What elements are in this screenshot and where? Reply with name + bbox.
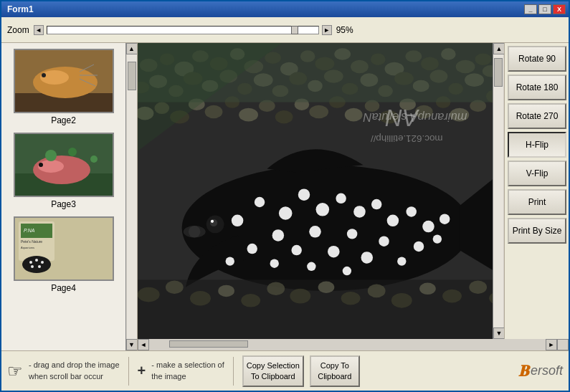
hflip-button[interactable]: H-Flip xyxy=(508,132,566,158)
zoom-increase-button[interactable]: ► xyxy=(322,25,332,35)
svg-point-110 xyxy=(387,215,399,227)
svg-point-96 xyxy=(272,229,285,242)
list-item[interactable]: P.NA Pete's Nature Aquariums Page4 xyxy=(4,216,123,293)
svg-point-27 xyxy=(31,265,34,268)
svg-point-139 xyxy=(391,293,412,308)
svg-point-118 xyxy=(440,214,450,224)
thumbnail-label: Page4 xyxy=(51,283,76,293)
svg-point-4 xyxy=(42,73,46,77)
thumbnail-image: P.NA Pete's Nature Aquariums xyxy=(14,216,114,281)
main-image-svg: AN muiranupA s'erutaN moc.621.etillihp// xyxy=(138,43,493,339)
list-item[interactable]: Page3 xyxy=(4,133,123,209)
image-scroll-down-button[interactable]: ▼ xyxy=(493,328,505,339)
title-buttons: _ □ X xyxy=(524,4,566,14)
svg-text:muiranupA s'erutaN: muiranupA s'erutaN xyxy=(364,110,467,124)
copy-to-clipboard-button[interactable]: Copy To Clipboard xyxy=(310,355,360,387)
scroll-thumb[interactable] xyxy=(128,62,136,90)
window-title: Form1 xyxy=(4,4,34,14)
svg-point-142 xyxy=(469,280,487,294)
svg-point-133 xyxy=(241,294,260,307)
svg-point-132 xyxy=(218,285,234,297)
drag-text-line2: when scroll bar occur xyxy=(29,372,103,381)
drag-icon-group: ☞ xyxy=(7,363,23,380)
maximize-button[interactable]: □ xyxy=(538,4,551,14)
svg-text:Aquariums: Aquariums xyxy=(21,246,34,249)
image-hscroll-track[interactable] xyxy=(149,339,546,350)
svg-point-131 xyxy=(190,291,211,306)
svg-point-136 xyxy=(318,281,335,293)
svg-point-114 xyxy=(406,206,416,216)
thumbnail-image xyxy=(14,133,114,197)
svg-point-80 xyxy=(309,105,328,119)
copy-selection-line2: To Clipboard xyxy=(251,371,295,381)
svg-point-102 xyxy=(291,245,301,255)
selection-text-line1: - make a selection of xyxy=(151,360,224,369)
image-vertical-scrollbar[interactable]: ▲ ▼ xyxy=(493,43,504,339)
image-scroll-right-button[interactable]: ► xyxy=(546,339,557,350)
svg-point-103 xyxy=(270,259,279,267)
image-scroll-up-button[interactable]: ▲ xyxy=(493,43,505,54)
svg-point-93 xyxy=(232,215,244,227)
svg-point-101 xyxy=(309,226,321,238)
zoom-slider-track[interactable] xyxy=(47,26,319,34)
print-by-size-button[interactable]: Print By Size xyxy=(508,218,566,244)
svg-rect-128 xyxy=(138,279,493,339)
svg-point-140 xyxy=(419,283,436,295)
separator-2 xyxy=(233,357,234,386)
list-item[interactable]: Page2 xyxy=(4,49,123,125)
thumb-scrollbar[interactable]: ▲ ▼ xyxy=(125,43,137,350)
scroll-track[interactable] xyxy=(127,54,137,339)
svg-point-121 xyxy=(210,219,217,226)
action-panel: Rotate 90 Rotate 180 Rotate 270 H-Flip V… xyxy=(504,43,569,339)
status-bar: ☞ - drag and drop the image when scroll … xyxy=(1,350,569,391)
zoom-decrease-button[interactable]: ◄ xyxy=(34,25,44,35)
svg-point-25 xyxy=(41,261,44,264)
rotate90-button[interactable]: Rotate 90 xyxy=(508,46,566,72)
svg-point-130 xyxy=(166,280,184,294)
svg-point-116 xyxy=(414,242,424,252)
svg-point-135 xyxy=(290,289,310,304)
svg-text:P.NA: P.NA xyxy=(24,228,35,233)
svg-point-76 xyxy=(239,108,258,122)
svg-point-15 xyxy=(90,156,98,163)
image-hscroll-thumb[interactable] xyxy=(169,340,249,348)
image-vscroll-thumb[interactable] xyxy=(494,58,503,87)
copy-to-line1: Copy To xyxy=(320,360,349,371)
brand-b-logo: 𝐁 xyxy=(518,362,529,381)
svg-point-13 xyxy=(45,150,57,161)
zoom-slider-thumb[interactable] xyxy=(291,26,298,34)
vflip-button[interactable]: V-Flip xyxy=(508,161,566,186)
svg-point-12 xyxy=(39,163,43,167)
svg-point-108 xyxy=(307,262,315,271)
svg-point-24 xyxy=(35,259,38,262)
separator-1 xyxy=(128,357,129,386)
svg-point-99 xyxy=(298,188,310,201)
svg-point-14 xyxy=(68,148,77,156)
svg-point-23 xyxy=(29,261,32,264)
thumbnail-panel: ▲ ▼ xyxy=(1,43,138,350)
image-main-row: AN muiranupA s'erutaN moc.621.etillihp// xyxy=(138,43,569,339)
brand-suffix-text: ersoft xyxy=(531,363,563,378)
svg-point-137 xyxy=(341,292,361,305)
copy-selection-button[interactable]: Copy Selection To Clipboard xyxy=(242,355,304,387)
image-scroll-left-button[interactable]: ◄ xyxy=(138,339,149,350)
scroll-down-button[interactable]: ▼ xyxy=(126,339,138,350)
svg-point-105 xyxy=(353,206,366,218)
main-image-view[interactable]: AN muiranupA s'erutaN moc.621.etillihp// xyxy=(138,43,493,339)
toolbar: Zoom ◄ ► 95% xyxy=(1,17,569,43)
scroll-up-button[interactable]: ▲ xyxy=(126,43,138,54)
image-vscroll-track[interactable] xyxy=(493,54,503,328)
selection-description: - make a selection of the image xyxy=(151,360,224,382)
thumbnail-list: Page2 xyxy=(1,43,137,350)
zoom-percent-label: 95% xyxy=(336,25,353,35)
close-button[interactable]: X xyxy=(553,4,566,14)
svg-text:moc.621.etillihp//: moc.621.etillihp// xyxy=(371,133,443,144)
svg-point-113 xyxy=(343,267,351,275)
rotate180-button[interactable]: Rotate 180 xyxy=(508,75,566,100)
print-button[interactable]: Print xyxy=(508,189,566,215)
rotate270-button[interactable]: Rotate 270 xyxy=(508,103,566,129)
image-horizontal-scrollbar[interactable]: ◄ ► xyxy=(138,339,569,350)
svg-point-141 xyxy=(442,290,462,303)
thumb-svg-3: P.NA Pete's Nature Aquariums xyxy=(15,218,114,281)
minimize-button[interactable]: _ xyxy=(524,4,537,14)
